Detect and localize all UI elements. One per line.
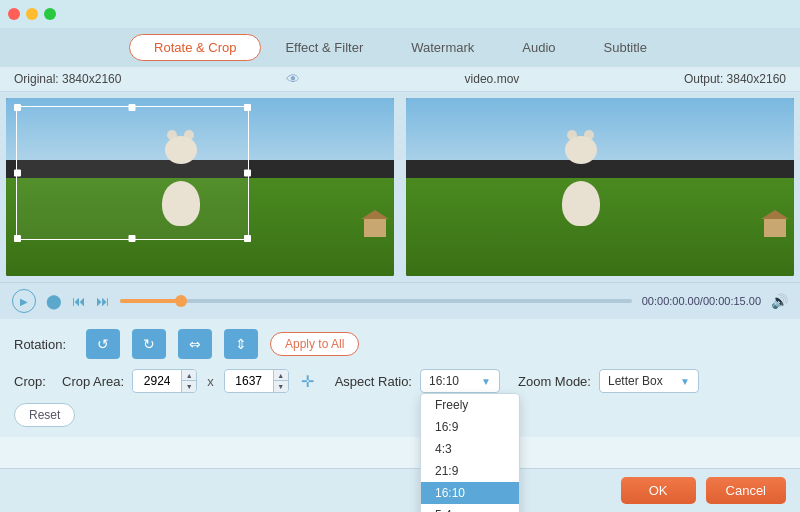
original-resolution: Original: 3840x2160: [14, 72, 121, 86]
height-up-arrow[interactable]: ▲: [274, 370, 288, 381]
bottom-bar: OK Cancel: [0, 468, 800, 512]
crop-handle-mid-right[interactable]: [244, 169, 251, 176]
rotate-left-btn[interactable]: ↺: [86, 329, 120, 359]
next-frame-button[interactable]: ⏭: [96, 293, 110, 309]
rotation-label: Rotation:: [14, 337, 74, 352]
crop-height-input[interactable]: 1637 ▲ ▼: [224, 369, 289, 393]
crop-width-value[interactable]: 2924: [133, 371, 181, 391]
zoom-dropdown-arrow-icon: ▼: [680, 376, 690, 387]
tab-audio[interactable]: Audio: [498, 35, 579, 60]
crop-handle-bottom-right[interactable]: [244, 235, 251, 242]
input-preview: [6, 98, 394, 276]
time-display: 00:00:00.00/00:00:15.00: [642, 295, 761, 307]
aspect-ratio-label: Aspect Ratio:: [335, 374, 412, 389]
crop-row: Crop: Crop Area: 2924 ▲ ▼ x 1637 ▲ ▼ ✛ A…: [14, 369, 786, 393]
maximize-button[interactable]: [44, 8, 56, 20]
progress-fill: [120, 299, 181, 303]
aspect-option-4-3[interactable]: 4:3: [421, 438, 519, 460]
crop-selection[interactable]: [16, 106, 249, 240]
stop-button[interactable]: ⬤: [46, 293, 62, 309]
aspect-ratio-button[interactable]: 16:10 ▼: [420, 369, 500, 393]
width-up-arrow[interactable]: ▲: [182, 370, 196, 381]
crop-handle-bottom-mid[interactable]: [129, 235, 136, 242]
bear-body-r: [562, 181, 600, 226]
height-spin-arrows: ▲ ▼: [273, 370, 288, 392]
minimize-button[interactable]: [26, 8, 38, 20]
zoom-mode-dropdown[interactable]: Letter Box ▼: [599, 369, 699, 393]
times-separator: x: [205, 374, 216, 389]
rotate-right-btn[interactable]: ↻: [132, 329, 166, 359]
height-down-arrow[interactable]: ▼: [274, 381, 288, 392]
prev-frame-button[interactable]: ⏮: [72, 293, 86, 309]
crop-label: Crop:: [14, 374, 54, 389]
output-resolution: Output: 3840x2160: [684, 72, 786, 86]
crop-width-input[interactable]: 2924 ▲ ▼: [132, 369, 197, 393]
progress-thumb[interactable]: [175, 295, 187, 307]
volume-icon[interactable]: 🔊: [771, 293, 788, 309]
ok-button[interactable]: OK: [621, 477, 696, 504]
aspect-option-21-9[interactable]: 21:9: [421, 460, 519, 482]
house-roof-right: [761, 210, 789, 219]
aspect-option-16-10[interactable]: 16:10: [421, 482, 519, 504]
preview-area: [0, 92, 800, 282]
dropdown-arrow-icon: ▼: [481, 376, 491, 387]
title-bar: [0, 0, 800, 28]
crop-handle-top-right[interactable]: [244, 104, 251, 111]
crop-handle-mid-left[interactable]: [14, 169, 21, 176]
playback-bar: ▶ ⬤ ⏮ ⏭ 00:00:00.00/00:00:15.00 🔊: [0, 282, 800, 319]
aspect-ratio-dropdown[interactable]: 16:10 ▼ Freely 16:9 4:3 21:9 16:10 5:4 1…: [420, 369, 500, 393]
flip-v-btn[interactable]: ⇕: [224, 329, 258, 359]
output-preview: [406, 98, 794, 276]
zoom-mode-value: Letter Box: [608, 374, 663, 388]
info-bar: Original: 3840x2160 👁 video.mov Output: …: [0, 67, 800, 92]
sky-bg-right: [406, 98, 794, 160]
tab-bar: Rotate & Crop Effect & Filter Watermark …: [0, 28, 800, 67]
width-down-arrow[interactable]: ▼: [182, 381, 196, 392]
tab-effect-filter[interactable]: Effect & Filter: [261, 35, 387, 60]
tab-subtitle[interactable]: Subtitle: [580, 35, 671, 60]
crop-handle-top-left[interactable]: [14, 104, 21, 111]
bear-figure-right: [551, 156, 611, 226]
tab-watermark[interactable]: Watermark: [387, 35, 498, 60]
bear-head-r: [565, 136, 597, 164]
reset-row: Reset: [14, 403, 786, 427]
crop-handle-top-mid[interactable]: [129, 104, 136, 111]
crop-height-value[interactable]: 1637: [225, 371, 273, 391]
house-shape-right: [764, 219, 786, 237]
play-button[interactable]: ▶: [12, 289, 36, 313]
aspect-ratio-value: 16:10: [429, 374, 459, 388]
crop-area-label: Crop Area:: [62, 374, 124, 389]
tab-rotate-crop[interactable]: Rotate & Crop: [129, 34, 261, 61]
house-shape: [364, 219, 386, 237]
filename: video.mov: [465, 72, 520, 86]
rotation-row: Rotation: ↺ ↻ ⇔ ⇕ Apply to All: [14, 329, 786, 359]
aspect-option-freely[interactable]: Freely: [421, 394, 519, 416]
close-button[interactable]: [8, 8, 20, 20]
aspect-ratio-menu: Freely 16:9 4:3 21:9 16:10 5:4 1:1 9:16: [420, 393, 520, 512]
progress-bar[interactable]: [120, 299, 632, 303]
apply-to-all-button[interactable]: Apply to All: [270, 332, 359, 356]
cancel-button[interactable]: Cancel: [706, 477, 786, 504]
aspect-option-16-9[interactable]: 16:9: [421, 416, 519, 438]
aspect-option-5-4[interactable]: 5:4: [421, 504, 519, 512]
zoom-mode-label: Zoom Mode:: [518, 374, 591, 389]
crop-handle-bottom-left[interactable]: [14, 235, 21, 242]
center-icon: ✛: [297, 370, 319, 392]
reset-button[interactable]: Reset: [14, 403, 75, 427]
width-spin-arrows: ▲ ▼: [181, 370, 196, 392]
flip-h-btn[interactable]: ⇔: [178, 329, 212, 359]
controls-area: Rotation: ↺ ↻ ⇔ ⇕ Apply to All Crop: Cro…: [0, 319, 800, 437]
house-roof: [361, 210, 389, 219]
eye-icon: 👁: [286, 71, 300, 87]
